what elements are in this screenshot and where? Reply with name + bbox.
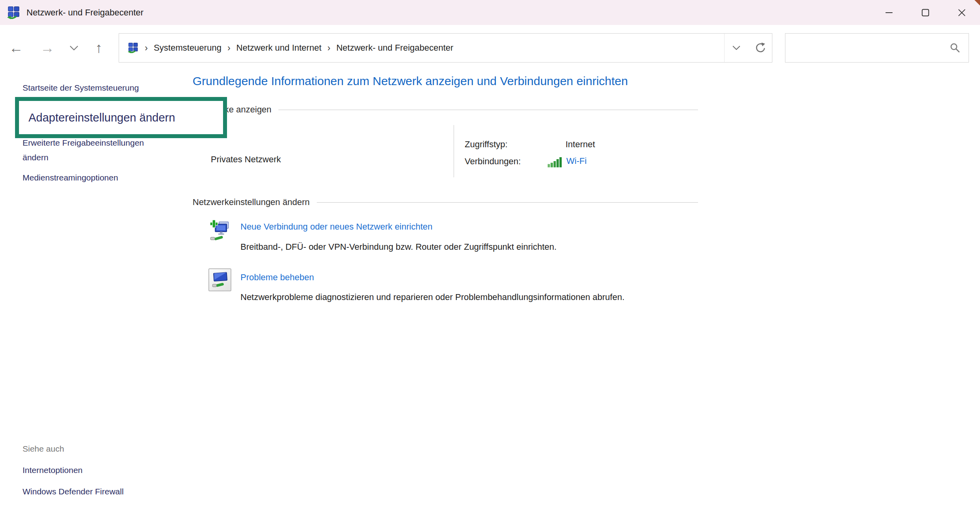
breadcrumb-item-systemsteuerung[interactable]: Systemsteuerung: [154, 43, 221, 53]
maximize-button[interactable]: [907, 0, 944, 25]
section-divider-line: [278, 110, 698, 110]
window-controls: [871, 0, 980, 25]
history-dropdown-button[interactable]: [65, 33, 83, 63]
see-also-header: Siehe auch: [23, 444, 64, 454]
section-title: Netzwerkeinstellungen ändern: [193, 197, 310, 207]
window-title: Netzwerk- und Freigabecenter: [26, 8, 144, 18]
new-connection-icon[interactable]: [208, 218, 231, 241]
network-sharing-center-window: Netzwerk- und Freigabecenter ← → ↑: [0, 0, 980, 530]
address-dropdown-button[interactable]: [725, 34, 748, 62]
troubleshoot-description: Netzwerkprobleme diagnostizieren und rep…: [240, 290, 670, 304]
wifi-signal-icon[interactable]: [547, 157, 562, 167]
breadcrumb-item-netzwerk-und-internet[interactable]: Netzwerk und Internet: [236, 43, 322, 53]
corner-artifact: [974, 0, 980, 6]
close-icon: [957, 8, 966, 17]
sidebar-item-internet-options[interactable]: Internetoptionen: [23, 465, 83, 475]
monitors-plus-cable-glyph: [209, 218, 231, 241]
search-icon: [950, 42, 961, 53]
connections-label: Verbindungen:: [465, 156, 521, 167]
breadcrumb-separator: ›: [145, 43, 148, 53]
network-center-icon: [7, 6, 21, 19]
breadcrumb-separator: ›: [327, 43, 331, 53]
vertical-divider: [454, 125, 454, 177]
titlebar: Netzwerk- und Freigabecenter: [0, 0, 980, 25]
refresh-button[interactable]: [748, 34, 772, 62]
minimize-button[interactable]: [871, 0, 907, 25]
sidebar-item-advanced-sharing-settings[interactable]: Erweiterte Freigabeeinstellungen ändern: [23, 135, 153, 165]
breadcrumb-separator: ›: [227, 43, 231, 53]
new-connection-description: Breitband-, DFÜ- oder VPN-Verbindung bzw…: [240, 240, 556, 254]
address-bar[interactable]: › Systemsteuerung › Netzwerk und Interne…: [119, 33, 772, 63]
chevron-down-icon: [70, 46, 78, 51]
network-name: Privates Netzwerk: [211, 154, 281, 165]
monitor-cable-glyph: [211, 271, 229, 289]
sidebar-item-windows-defender-firewall[interactable]: Windows Defender Firewall: [23, 487, 124, 496]
maximize-icon: [921, 8, 930, 17]
troubleshoot-icon[interactable]: [208, 268, 231, 291]
new-connection-link[interactable]: Neue Verbindung oder neues Netzwerk einr…: [240, 222, 433, 232]
minimize-icon: [885, 8, 893, 17]
wifi-connection-link[interactable]: Wi-Fi: [566, 156, 586, 166]
troubleshoot-link[interactable]: Probleme beheben: [240, 272, 314, 283]
address-bar-buttons: [724, 34, 772, 62]
back-button[interactable]: ←: [6, 33, 26, 63]
access-type-label: Zugriffstyp:: [465, 139, 507, 150]
breadcrumb-item-netzwerk-und-freigabecenter[interactable]: Netzwerk- und Freigabecenter: [336, 43, 453, 53]
network-center-icon[interactable]: [128, 42, 139, 53]
sidebar-item-control-panel-home[interactable]: Startseite der Systemsteuerung: [23, 83, 139, 93]
section-divider-line: [317, 202, 698, 203]
section-view-networks: Netzwerke anzeigen: [193, 104, 698, 115]
forward-button[interactable]: →: [37, 33, 58, 63]
sidebar-item-change-adapter-settings[interactable]: Adaptereinstellungen ändern: [28, 111, 175, 124]
sidebar-item-media-streaming-options[interactable]: Medienstreamingoptionen: [23, 173, 118, 182]
chevron-down-icon: [732, 46, 740, 50]
up-button[interactable]: ↑: [89, 33, 109, 63]
search-input[interactable]: [785, 35, 950, 61]
page-title: Grundlegende Informationen zum Netzwerk …: [193, 74, 628, 88]
section-change-settings: Netzwerkeinstellungen ändern: [193, 197, 698, 207]
annotation-highlight-box: Adaptereinstellungen ändern: [15, 97, 227, 138]
refresh-icon: [754, 42, 766, 54]
access-type-value: Internet: [566, 139, 595, 150]
search-box[interactable]: [785, 33, 969, 63]
